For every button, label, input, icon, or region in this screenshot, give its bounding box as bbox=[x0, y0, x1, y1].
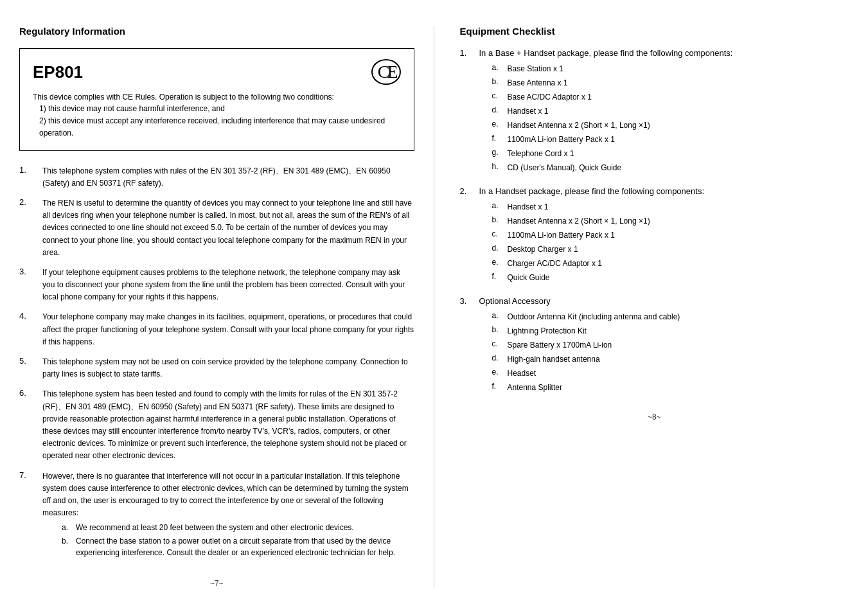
reg-item-content-6: This telephone system has been tested an… bbox=[42, 388, 414, 462]
equip-item-text: Outdoor Antenna Kit (including antenna a… bbox=[508, 311, 680, 323]
equip-item-text: CD (User's Manual), Quick Guide bbox=[508, 162, 622, 173]
reg-item-content-2: The REN is useful to determine the quant… bbox=[42, 197, 414, 259]
equip-list-item: f.Antenna Splitter bbox=[492, 382, 849, 393]
right-column: Equipment Checklist 1.In a Base + Handse… bbox=[434, 26, 849, 588]
equip-item-text: Lightning Protection Kit bbox=[508, 325, 587, 337]
equip-item-label: f. bbox=[492, 272, 508, 283]
equip-item-label: b. bbox=[492, 325, 508, 337]
left-page-footer: ~7~ bbox=[19, 579, 414, 588]
left-page-num: ~7~ bbox=[210, 579, 224, 588]
equip-item-text: Charger AC/DC Adaptor x 1 bbox=[508, 258, 602, 269]
reg-sub-content: We recommend at least 20 feet between th… bbox=[76, 522, 354, 534]
equip-list-item: b.Lightning Protection Kit bbox=[492, 325, 849, 337]
right-page-num: ~8~ bbox=[648, 413, 661, 422]
left-section-title: Regulatory Information bbox=[19, 26, 414, 37]
equip-item-label: f. bbox=[492, 134, 508, 145]
equip-list-item: e.Handset Antenna x 2 (Short × 1, Long ×… bbox=[492, 120, 849, 131]
reg-item-6: 6.This telephone system has been tested … bbox=[19, 388, 414, 462]
equip-item-list-2: a.Handset x 1b.Handset Antenna x 2 (Shor… bbox=[492, 201, 849, 283]
equip-item-text: 1100mA Li-ion Battery Pack x 1 bbox=[508, 134, 615, 145]
ep801-model: EP801 bbox=[33, 62, 83, 82]
reg-item-1: 1.This telephone system complies with ru… bbox=[19, 165, 414, 190]
equip-item-label: b. bbox=[492, 77, 508, 89]
equip-list-item: e.Headset bbox=[492, 368, 849, 379]
ce-mark-icon: CE bbox=[371, 59, 401, 85]
equipment-sections: 1.In a Base + Handset package, please fi… bbox=[460, 48, 849, 393]
right-page-footer: ~8~ bbox=[460, 413, 849, 422]
reg-item-num-4: 4. bbox=[19, 311, 42, 321]
equip-item-text: High-gain handset antenna bbox=[508, 353, 600, 365]
equip-item-label: e. bbox=[492, 368, 508, 379]
equip-item-text: Handset Antenna x 2 (Short × 1, Long ×1) bbox=[508, 120, 650, 131]
right-section-title: Equipment Checklist bbox=[460, 26, 849, 37]
reg-item-num-5: 5. bbox=[19, 356, 42, 366]
equip-list-item: a.Base Station x 1 bbox=[492, 63, 849, 75]
equip-item-text: Headset bbox=[508, 368, 536, 379]
reg-item-7: 7.However, there is no guarantee that in… bbox=[19, 470, 414, 560]
equip-item-label: a. bbox=[492, 201, 508, 213]
equip-section-2: 2.In a Handset package, please find the … bbox=[460, 186, 849, 283]
ep801-desc: This device complies with CE Rules. Oper… bbox=[33, 91, 401, 103]
reg-item-num-6: 6. bbox=[19, 388, 42, 398]
reg-item-content-7: However, there is no guarantee that inte… bbox=[42, 470, 414, 560]
page-container: Regulatory Information EP801 CE This dev… bbox=[0, 0, 868, 613]
equip-item-label: d. bbox=[492, 105, 508, 117]
equip-list-item: g.Telephone Cord x 1 bbox=[492, 148, 849, 159]
ep801-box: EP801 CE This device complies with CE Ru… bbox=[19, 48, 414, 151]
equip-item-label: a. bbox=[492, 63, 508, 75]
equip-list-item: b.Base Antenna x 1 bbox=[492, 77, 849, 89]
reg-item-sub-list-7: a.We recommend at least 20 feet between … bbox=[62, 522, 414, 558]
equip-item-label: a. bbox=[492, 311, 508, 323]
equip-item-text: Antenna Splitter bbox=[508, 382, 562, 393]
equip-section-intro-text: In a Handset package, please find the fo… bbox=[479, 186, 705, 196]
reg-item-3: 3.If your telephone equipment causes pro… bbox=[19, 267, 414, 304]
reg-item-num-2: 2. bbox=[19, 197, 42, 207]
equip-item-label: c. bbox=[492, 91, 508, 103]
equip-section-num-label: 1. bbox=[460, 48, 479, 58]
equip-item-text: Handset x 1 bbox=[508, 201, 549, 213]
reg-sub-item: a.We recommend at least 20 feet between … bbox=[62, 522, 414, 534]
equip-item-text: Handset Antenna x 2 (Short × 1, Long ×1) bbox=[508, 215, 650, 227]
reg-sub-label: b. bbox=[62, 535, 76, 558]
equip-section-intro-2: 2.In a Handset package, please find the … bbox=[460, 186, 849, 196]
equip-list-item: f.Quick Guide bbox=[492, 272, 849, 283]
equip-list-item: d.Handset x 1 bbox=[492, 105, 849, 117]
equip-item-label: f. bbox=[492, 382, 508, 393]
equip-list-item: a.Outdoor Antenna Kit (including antenna… bbox=[492, 311, 849, 323]
ep801-condition-2: 2) this device must accept any interfere… bbox=[39, 115, 401, 139]
reg-item-4: 4.Your telephone company may make change… bbox=[19, 311, 414, 348]
reg-sub-item: b.Connect the base station to a power ou… bbox=[62, 535, 414, 558]
left-column: Regulatory Information EP801 CE This dev… bbox=[19, 26, 434, 588]
equip-item-label: e. bbox=[492, 120, 508, 131]
reg-item-num-3: 3. bbox=[19, 267, 42, 276]
equip-section-num-label: 2. bbox=[460, 186, 479, 196]
reg-sub-label: a. bbox=[62, 522, 76, 534]
equip-section-intro-3: 3.Optional Accessory bbox=[460, 296, 849, 306]
reg-item-content-4: Your telephone company may make changes … bbox=[42, 311, 414, 348]
equip-section-intro-1: 1.In a Base + Handset package, please fi… bbox=[460, 48, 849, 58]
equip-list-item: d.Desktop Charger x 1 bbox=[492, 244, 849, 255]
equip-item-list-1: a.Base Station x 1b.Base Antenna x 1c.Ba… bbox=[492, 63, 849, 173]
equip-section-intro-text: Optional Accessory bbox=[479, 296, 551, 306]
equip-list-item: c.Base AC/DC Adaptor x 1 bbox=[492, 91, 849, 103]
equip-item-label: h. bbox=[492, 162, 508, 173]
equip-section-num-label: 3. bbox=[460, 296, 479, 306]
equip-list-item: c.Spare Battery x 1700mA Li-ion bbox=[492, 339, 849, 351]
reg-item-2: 2.The REN is useful to determine the qua… bbox=[19, 197, 414, 259]
reg-sub-content: Connect the base station to a power outl… bbox=[76, 535, 414, 558]
equip-item-text: Base Antenna x 1 bbox=[508, 77, 568, 89]
equip-item-label: e. bbox=[492, 258, 508, 269]
regulatory-list: 1.This telephone system complies with ru… bbox=[19, 165, 414, 560]
equip-list-item: a.Handset x 1 bbox=[492, 201, 849, 213]
equip-list-item: c.1100mA Li-ion Battery Pack x 1 bbox=[492, 229, 849, 241]
equip-item-text: Telephone Cord x 1 bbox=[508, 148, 574, 159]
equip-list-item: h.CD (User's Manual), Quick Guide bbox=[492, 162, 849, 173]
equip-item-label: g. bbox=[492, 148, 508, 159]
equip-list-item: e.Charger AC/DC Adaptor x 1 bbox=[492, 258, 849, 269]
reg-item-num-7: 7. bbox=[19, 470, 42, 480]
equip-item-text: Desktop Charger x 1 bbox=[508, 244, 578, 255]
equip-section-3: 3.Optional Accessorya.Outdoor Antenna Ki… bbox=[460, 296, 849, 393]
equip-item-text: Base Station x 1 bbox=[508, 63, 563, 75]
reg-item-content-5: This telephone system may not be used on… bbox=[42, 356, 414, 380]
reg-item-5: 5.This telephone system may not be used … bbox=[19, 356, 414, 380]
